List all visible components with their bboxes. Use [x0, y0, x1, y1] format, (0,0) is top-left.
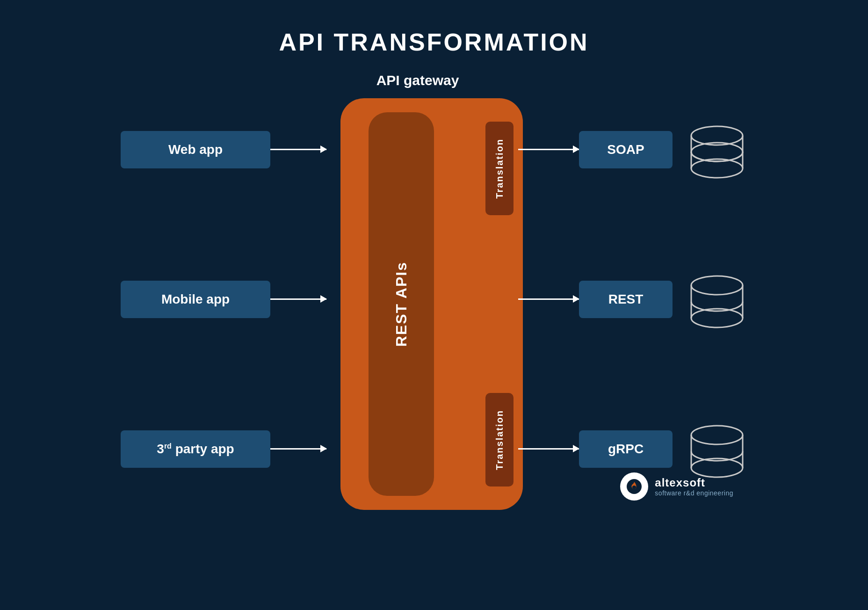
service-soap-box: SOAP: [579, 131, 673, 168]
service-grpc-box: gRPC: [579, 430, 673, 468]
rest-label: REST APIs: [393, 261, 410, 347]
gateway-label: API gateway: [376, 73, 459, 88]
altexsoft-name: altexsoft: [655, 476, 733, 489]
altexsoft-text: altexsoft software r&d engineering: [655, 476, 733, 497]
translation-top-box: Translation: [485, 122, 514, 215]
translation-bot-box: Translation: [485, 393, 514, 487]
arrow-right-bot: [518, 448, 579, 450]
arrow-right-top: [518, 149, 579, 150]
gateway-container: REST APIs Translation Translation: [312, 98, 523, 510]
db-cylinder-soap: [687, 122, 747, 184]
altexsoft-tagline: software r&d engineering: [655, 489, 733, 497]
altexsoft-logo: altexsoft software r&d engineering: [620, 472, 733, 501]
svg-point-13: [691, 426, 743, 444]
diagram-container: API TRANSFORMATION API gateway Web app M…: [0, 0, 868, 610]
client-mobile-box: Mobile app: [121, 281, 270, 318]
svg-point-20: [632, 486, 636, 489]
altexsoft-icon: [620, 472, 648, 501]
rest-panel: REST APIs: [369, 112, 434, 496]
client-party-box: 3rd party app: [121, 430, 270, 468]
service-rest-box: REST: [579, 281, 673, 318]
svg-point-7: [691, 276, 743, 295]
gateway-pill: REST APIs Translation Translation: [340, 98, 523, 510]
client-web-box: Web app: [121, 131, 270, 168]
diagram-area: API gateway Web app Mobile app 3rd party…: [107, 84, 761, 529]
main-title: API TRANSFORMATION: [279, 28, 589, 56]
db-cylinder-rest: [687, 271, 747, 334]
arrow-right-mid: [518, 298, 579, 300]
